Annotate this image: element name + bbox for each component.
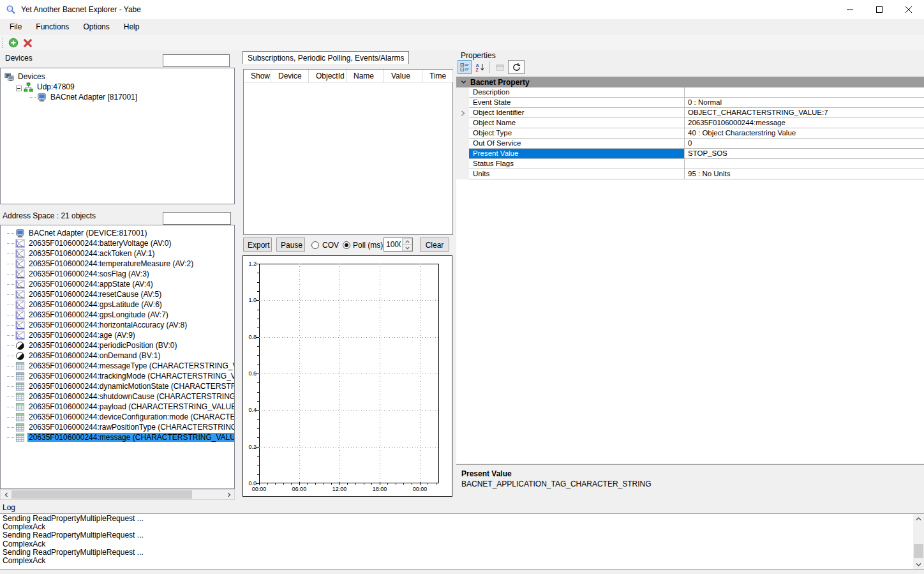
x-minor-tick	[275, 483, 276, 485]
log-vscrollbar[interactable]	[913, 514, 924, 569]
address-space-item[interactable]: 20635F0106000244:age (AV:9)	[1, 330, 234, 340]
log-textbox[interactable]: Sending ReadPropertyMultipleRequest ...C…	[0, 514, 924, 569]
property-name[interactable]: Object Identifier	[469, 108, 685, 118]
property-name[interactable]: Status Flags	[469, 159, 685, 169]
scroll-left-icon[interactable]	[1, 490, 11, 499]
property-category-row[interactable]: Bacnet Property	[456, 77, 924, 87]
address-space-item[interactable]: 20635F0106000244:payload (CHARACTERSTRIN…	[1, 402, 234, 412]
address-space-item[interactable]: BACnet Adapter (DEVICE:817001)	[1, 228, 234, 238]
scroll-up-icon[interactable]	[913, 514, 924, 524]
spin-down-icon[interactable]	[403, 245, 412, 251]
spin-up-icon[interactable]	[403, 238, 412, 245]
pause-button[interactable]: Pause	[276, 238, 305, 252]
menu-help[interactable]: Help	[117, 19, 147, 35]
hscroll-thumb[interactable]	[11, 490, 192, 499]
y-tick-label: 0.8	[243, 334, 257, 340]
property-value[interactable]	[685, 159, 924, 169]
address-space-item[interactable]: 20635F0106000244:shutdownCause (CHARACTE…	[1, 391, 234, 402]
property-value[interactable]	[685, 87, 924, 98]
address-space-item[interactable]: 20635F0106000244:resetCause (AV:5)	[1, 289, 234, 299]
property-name[interactable]: Object Type	[469, 128, 685, 139]
property-row[interactable]: Object Name20635F0106000244:message	[456, 118, 924, 128]
property-name[interactable]: Object Name	[469, 118, 685, 128]
property-row[interactable]: Out Of Service0	[456, 139, 924, 149]
property-value[interactable]: 40 : Object Characterstring Value	[685, 128, 924, 139]
tree-item-label: 20635F0106000244:sosFlag (AV:3)	[27, 269, 151, 278]
column-header-time[interactable]: Time	[422, 70, 453, 82]
address-space-item[interactable]: 20635F0106000244:gpsLongitude (AV:7)	[1, 310, 234, 320]
address-space-item[interactable]: 20635F0106000244:horizontalAccuracy (AV:…	[1, 320, 234, 330]
export-button[interactable]: Export	[243, 238, 272, 252]
address-space-item[interactable]: 20635F0106000244:batteryVoltage (AV:0)	[1, 238, 234, 248]
property-name[interactable]: Out Of Service	[469, 139, 685, 149]
address-space-item[interactable]: 20635F0106000244:ackToken (AV:1)	[1, 248, 234, 259]
x-minor-tick	[267, 483, 268, 485]
poll-radio[interactable]	[343, 241, 350, 249]
devices-tree-item[interactable]: Devices	[1, 72, 234, 82]
address-space-item[interactable]: 20635F0106000244:messageType (CHARACTERS…	[1, 361, 234, 371]
close-button[interactable]	[894, 0, 923, 19]
column-header-value[interactable]: Value	[384, 70, 422, 82]
clear-button[interactable]: Clear	[420, 238, 449, 252]
address-space-item[interactable]: 20635F0106000244:periodicPosition (BV:0)	[1, 340, 234, 351]
categorized-view-button[interactable]	[458, 60, 472, 74]
property-name[interactable]: Present Value	[469, 149, 685, 159]
column-header-objectid[interactable]: ObjectId	[309, 70, 346, 82]
property-row[interactable]: Event State0 : Normal	[456, 98, 924, 108]
address-space-item[interactable]: 20635F0106000244:temperatureMeasure (AV:…	[1, 259, 234, 269]
scroll-down-icon[interactable]	[913, 559, 924, 569]
property-row[interactable]: Description	[456, 87, 924, 98]
property-value[interactable]: STOP_SOS	[685, 149, 924, 159]
address-space-item[interactable]: 20635F0106000244:onDemand (BV:1)	[1, 351, 234, 361]
poll-interval-spinner[interactable]	[384, 238, 413, 252]
address-space-item[interactable]: 20635F0106000244:message (CHARACTERSTRIN…	[1, 432, 234, 442]
property-value[interactable]: OBJECT_CHARACTERSTRING_VALUE:7	[685, 108, 924, 118]
property-row[interactable]: Object IdentifierOBJECT_CHARACTERSTRING_…	[456, 108, 924, 118]
property-row[interactable]: Status Flags	[456, 159, 924, 169]
expander-minus-icon[interactable]	[16, 84, 22, 90]
address-space-item[interactable]: 20635F0106000244:dynamicMotionState (CHA…	[1, 381, 234, 391]
scroll-right-icon[interactable]	[223, 490, 234, 499]
menu-options[interactable]: Options	[76, 19, 116, 35]
address-space-item[interactable]: 20635F0106000244:sosFlag (AV:3)	[1, 269, 234, 279]
poll-interval-input[interactable]	[384, 238, 402, 251]
cov-radio[interactable]	[311, 241, 319, 249]
column-header-device[interactable]: Device	[271, 70, 309, 82]
property-name[interactable]: Description	[469, 87, 685, 98]
address-space-item[interactable]: 20635F0106000244:gpsLatitude (AV:6)	[1, 299, 234, 310]
property-row[interactable]: Object Type40 : Object Characterstring V…	[456, 128, 924, 139]
address-space-hscrollbar[interactable]	[0, 489, 235, 500]
vscroll-thumb[interactable]	[914, 544, 923, 558]
property-name[interactable]: Units	[469, 169, 685, 179]
yabe-window: Yet Another Bacnet Explorer - Yabe FileF…	[0, 0, 924, 574]
property-row[interactable]: Units95 : No Units	[456, 169, 924, 179]
property-value[interactable]: 0	[685, 139, 924, 149]
address-space-item[interactable]: 20635F0106000244:appState (AV:4)	[1, 279, 234, 289]
devices-tree-item[interactable]: Udp:47809	[1, 82, 234, 92]
add-device-button[interactable]	[6, 36, 20, 50]
property-value[interactable]: 95 : No Units	[685, 169, 924, 179]
property-name[interactable]: Event State	[469, 98, 685, 108]
minimize-button[interactable]	[835, 0, 865, 19]
address-space-item[interactable]: 20635F0106000244:rawPositionType (CHARAC…	[1, 422, 234, 432]
tab-subscriptions[interactable]: Subscriptions, Periodic Polling, Events/…	[242, 51, 409, 64]
column-header-name[interactable]: Name	[346, 70, 384, 82]
delete-button[interactable]	[20, 36, 34, 50]
address-space-filter-input[interactable]	[163, 212, 231, 225]
property-value[interactable]: 0 : Normal	[685, 98, 924, 108]
property-grid-empty-area	[456, 179, 924, 464]
y-minor-tick	[257, 310, 259, 310]
alphabetical-sort-button[interactable]: AZ	[473, 60, 487, 74]
menu-functions[interactable]: Functions	[29, 19, 76, 35]
address-space-item[interactable]: 20635F0106000244:deviceConfiguration:mod…	[1, 412, 234, 422]
address-space-item[interactable]: 20635F0106000244:trackingMode (CHARACTER…	[1, 371, 234, 381]
devices-tree-item[interactable]: BACnet Adapter [817001]	[1, 92, 234, 102]
property-row-gutter	[456, 128, 469, 139]
devices-filter-input[interactable]	[163, 54, 230, 67]
property-value[interactable]: 20635F0106000244:message	[685, 118, 924, 128]
maximize-button[interactable]	[865, 0, 894, 19]
property-row[interactable]: Present ValueSTOP_SOS	[456, 149, 924, 159]
menu-file[interactable]: File	[3, 19, 29, 35]
refresh-button[interactable]	[508, 60, 525, 74]
column-header-show[interactable]: Show	[244, 70, 271, 82]
